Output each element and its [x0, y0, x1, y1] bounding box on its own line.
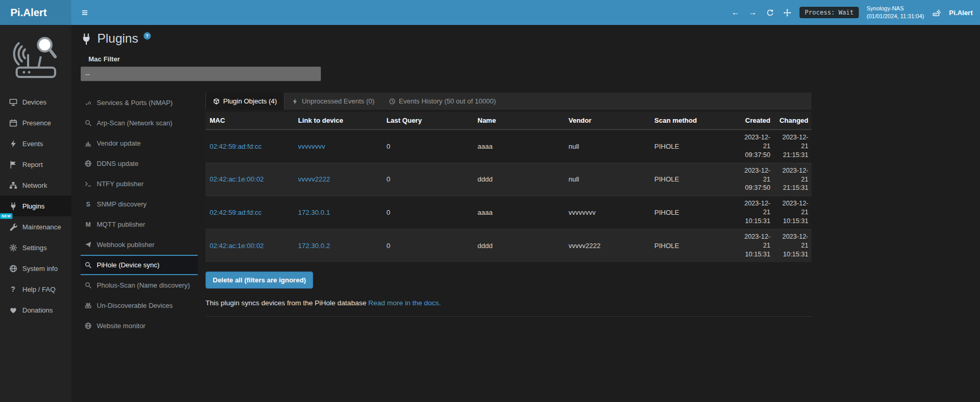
plugin-item-mqtt-publisher[interactable]: M MQTT publisher [81, 214, 198, 235]
device-link[interactable]: vvvvv2222 [298, 175, 330, 183]
table-row: 02:42:59:ad:fd:cc 172.30.0.1 0 aaaa vvvv… [205, 196, 811, 229]
table-row: 02:42:ac:1e:00:02 172.30.0.2 0 dddd vvvv… [205, 229, 811, 262]
sidebar-item-presence[interactable]: Presence [0, 112, 71, 133]
sidebar-item-system-info[interactable]: System info [0, 258, 71, 279]
process-status-badge: Process: Wait [800, 7, 859, 18]
plugins-title-icon [81, 31, 92, 47]
plugin-item-arp-scan[interactable]: Arp-Scan (Network scan) [81, 113, 198, 133]
name-cell: aaaa [473, 196, 564, 229]
changed-cell: 2023-12-2110:15:31 [773, 196, 811, 229]
device-link[interactable]: 172.30.0.2 [298, 242, 330, 250]
topbar-app-name: Pi.Alert [949, 9, 973, 17]
plugin-content: Plugin Objects (4) Unprocessed Events (0… [205, 93, 811, 336]
terminal-icon [84, 180, 93, 187]
plugin-item-vendor-update[interactable]: Vendor update [81, 133, 198, 153]
created-cell: 2023-12-2110:15:31 [736, 196, 773, 229]
sidebar-item-report[interactable]: Report [0, 154, 71, 175]
mac-link[interactable]: 02:42:59:ad:fd:cc [210, 142, 262, 150]
bolt-icon [8, 140, 18, 148]
move-icon[interactable] [782, 8, 792, 17]
mac-link[interactable]: 02:42:ac:1e:00:02 [210, 242, 264, 250]
send-icon [84, 241, 93, 248]
clock-icon [389, 98, 395, 105]
plugin-item-ntfy-publisher[interactable]: NTFY publisher [81, 174, 198, 194]
topbar: Pi.Alert ≡ ← → Process: Wait Synology-NA… [0, 0, 980, 25]
back-icon[interactable]: ← [731, 8, 740, 17]
plugin-item-snmp-discovery[interactable]: S SNMP discovery [81, 194, 198, 214]
flag-icon [8, 161, 18, 168]
plugin-item-nmap[interactable]: Services & Ports (NMAP) [81, 93, 198, 113]
table-row: 02:42:ac:1e:00:02 vvvvv2222 0 dddd null … [205, 163, 811, 196]
plugin-item-website-monitor[interactable]: Website monitor [81, 316, 198, 336]
plugin-item-ddns-update[interactable]: DDNS update [81, 153, 198, 174]
broadcast-icon [84, 99, 93, 106]
last-query-cell: 0 [382, 229, 473, 262]
device-link[interactable]: 172.30.0.1 [298, 209, 330, 216]
col-header-link: Link to device [294, 112, 382, 129]
wrench-icon [8, 223, 18, 231]
sidebar-item-devices[interactable]: Devices [0, 92, 71, 112]
new-badge: NEW [0, 213, 12, 219]
mac-link[interactable]: 02:42:59:ad:fd:cc [210, 209, 262, 216]
sidebar-item-events[interactable]: Events [0, 133, 71, 154]
vendor-cell: vvvvvvvv [564, 196, 650, 229]
question-icon: ? [8, 285, 18, 293]
device-link[interactable]: vvvvvvvv [298, 142, 325, 150]
sidebar-item-network[interactable]: Network [0, 175, 71, 196]
sidebar-toggle-icon[interactable]: ≡ [76, 4, 93, 22]
sidebar-item-label: Plugins [22, 202, 45, 210]
changed-cell: 2023-12-2121:15:31 [773, 129, 811, 163]
sidebar-item-label: System info [22, 265, 58, 273]
delete-all-button[interactable]: Delete all (filters are ignored) [205, 271, 313, 289]
scan-method-cell: PIHOLE [650, 129, 736, 163]
sidebar-item-maintenance[interactable]: NEW Maintenance [0, 216, 71, 237]
plugin-item-label: DDNS update [97, 160, 138, 167]
sidebar-item-label: Presence [22, 119, 51, 127]
mac-link[interactable]: 02:42:ac:1e:00:02 [210, 175, 264, 183]
plugin-item-label: Website monitor [97, 322, 146, 330]
page-header: Plugins ? [81, 31, 980, 47]
plugin-item-webhook-publisher[interactable]: Webhook publisher [81, 235, 198, 255]
table-row: 02:42:59:ad:fd:cc vvvvvvvv 0 aaaa null P… [205, 129, 811, 163]
sidebar-item-donations[interactable]: Donations [0, 300, 71, 320]
plugin-item-undiscoverable-devices[interactable]: Un-Discoverable Devices [81, 295, 198, 316]
tab-plugin-objects[interactable]: Plugin Objects (4) [205, 93, 285, 110]
plugin-item-pholus-scan[interactable]: Pholus-Scan (Name discovery) [81, 275, 198, 295]
globe-icon [84, 322, 93, 329]
tab-events-history[interactable]: Events History (50 out of 10000) [382, 93, 503, 110]
help-badge-icon[interactable]: ? [144, 32, 151, 40]
mac-filter-input[interactable] [81, 67, 321, 81]
sitemap-icon [8, 181, 18, 189]
col-header-created: Created [736, 112, 773, 129]
docs-link[interactable]: Read more in the docs. [368, 299, 441, 307]
host-info: Synology-NAS (01/01/2024, 11:31:04) [867, 5, 924, 20]
plug-icon [8, 202, 18, 210]
main-content: Plugins ? Mac Filter Services & Ports (N… [71, 25, 980, 402]
tab-unprocessed-events[interactable]: Unprocessed Events (0) [285, 93, 381, 110]
changed-cell: 2023-12-2121:15:31 [773, 163, 811, 196]
search-icon [84, 282, 93, 289]
sidebar-item-settings[interactable]: Settings [0, 237, 71, 258]
col-header-changed: Changed [773, 112, 811, 129]
sidebar-item-help-faq[interactable]: ? Help / FAQ [0, 279, 71, 300]
app-logo[interactable]: Pi.Alert [0, 0, 71, 25]
pialert-logo-art [0, 25, 71, 92]
sidebar-item-label: Report [22, 161, 43, 168]
plugin-item-label: MQTT publisher [97, 221, 145, 228]
snmp-icon: S [84, 201, 93, 208]
col-header-name: Name [473, 112, 564, 129]
forward-icon[interactable]: → [748, 8, 757, 17]
plugin-item-label: PiHole (Device sync) [97, 261, 160, 269]
plugin-list: Services & Ports (NMAP) Arp-Scan (Networ… [81, 93, 198, 336]
gear-icon [8, 244, 18, 252]
mac-filter-label: Mac Filter [88, 55, 980, 63]
plugin-description: This plugin syncs devices from the PiHol… [205, 299, 811, 317]
page-title: Plugins [97, 31, 138, 46]
col-header-vendor: Vendor [564, 112, 650, 129]
refresh-icon[interactable] [765, 8, 775, 17]
name-cell: aaaa [473, 129, 564, 163]
col-header-mac: MAC [205, 112, 294, 129]
plugin-item-label: Webhook publisher [97, 241, 154, 249]
plugin-item-pihole-device-sync[interactable]: PiHole (Device sync) [81, 255, 198, 275]
sidebar-item-label: Network [22, 181, 47, 189]
